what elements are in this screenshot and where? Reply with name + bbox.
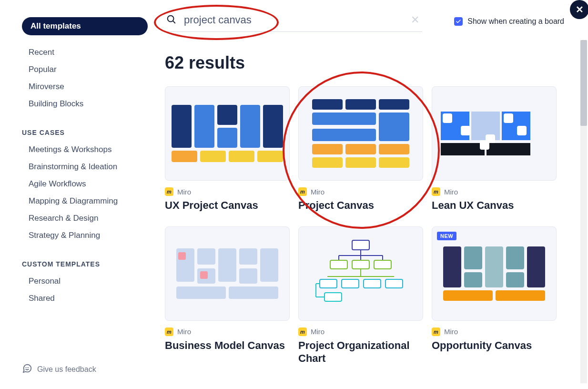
template-author: Miro <box>311 188 324 196</box>
template-thumbnail <box>165 226 290 321</box>
miro-badge-icon: m <box>298 187 307 196</box>
svg-rect-12 <box>352 260 369 269</box>
template-title: Project Canvas <box>298 199 423 212</box>
template-title: Project Organizational Chart <box>298 339 423 365</box>
sidebar-item-research-design[interactable]: Research & Design <box>22 210 148 227</box>
miro-badge-icon: m <box>432 187 440 196</box>
sidebar-item-brainstorming-ideation[interactable]: Brainstorming & Ideation <box>22 158 148 175</box>
results-grid: m Miro UX Project Canvas <box>165 86 571 365</box>
feedback-link[interactable]: Give us feedback <box>22 363 148 376</box>
sidebar-section-use-cases: USE CASES <box>22 129 148 136</box>
template-author: Miro <box>444 328 458 336</box>
sidebar-all-templates[interactable]: All templates <box>22 17 148 35</box>
template-thumbnail <box>298 86 423 181</box>
sidebar-item-strategy-planning[interactable]: Strategy & Planning <box>22 227 148 244</box>
sidebar-item-agile-workflows[interactable]: Agile Workflows <box>22 175 148 193</box>
miro-badge-icon: m <box>165 328 173 336</box>
svg-rect-16 <box>320 279 337 288</box>
search-icon <box>166 14 176 26</box>
feedback-icon <box>22 363 32 376</box>
template-card[interactable]: m Miro Business Model Canvas <box>165 226 290 365</box>
search-input[interactable] <box>183 13 404 27</box>
template-thumbnail <box>165 86 290 181</box>
template-author: Miro <box>444 188 458 196</box>
svg-rect-5 <box>352 240 369 250</box>
template-title: Lean UX Canvas <box>432 199 557 212</box>
svg-rect-18 <box>364 279 381 288</box>
svg-rect-11 <box>330 260 347 269</box>
main: ✕ Show when creating a board 62 results <box>148 0 588 389</box>
checkbox-checked-icon <box>454 17 463 26</box>
svg-line-4 <box>173 21 175 23</box>
search-bar: ✕ <box>165 10 422 32</box>
sidebar-item-meetings-workshops[interactable]: Meetings & Workshops <box>22 141 148 158</box>
sidebar-all-templates-label: All templates <box>30 21 81 31</box>
template-title: UX Project Canvas <box>165 199 290 212</box>
sidebar-item-mapping-diagramming[interactable]: Mapping & Diagramming <box>22 193 148 210</box>
template-title: Opportunity Canvas <box>432 339 557 352</box>
new-badge: NEW <box>437 232 456 240</box>
template-title: Business Model Canvas <box>165 339 290 352</box>
template-thumbnail <box>298 226 423 321</box>
template-card[interactable]: NEW <box>432 226 557 365</box>
sidebar-item-building-blocks[interactable]: Building Blocks <box>22 95 148 113</box>
sidebar: All templates Recent Popular Miroverse B… <box>0 0 148 389</box>
miro-badge-icon: m <box>165 187 173 196</box>
template-thumbnail <box>432 86 557 181</box>
template-card[interactable]: m Miro Project Organizational Chart <box>298 226 423 365</box>
svg-rect-13 <box>374 260 391 269</box>
template-card[interactable]: m Miro Project Canvas <box>298 86 423 212</box>
clear-search-icon[interactable]: ✕ <box>411 14 419 26</box>
sidebar-item-shared[interactable]: Shared <box>22 290 148 307</box>
miro-badge-icon: m <box>298 328 307 336</box>
template-author: Miro <box>311 328 324 336</box>
template-author: Miro <box>177 328 191 336</box>
template-card[interactable]: m Miro Lean UX Canvas <box>432 86 557 212</box>
template-thumbnail: NEW <box>432 226 557 321</box>
sidebar-item-miroverse[interactable]: Miroverse <box>22 78 148 95</box>
sidebar-item-recent[interactable]: Recent <box>22 44 148 61</box>
svg-rect-17 <box>342 279 359 288</box>
svg-rect-20 <box>324 293 342 301</box>
feedback-label: Give us feedback <box>37 365 96 374</box>
sidebar-item-popular[interactable]: Popular <box>22 61 148 78</box>
miro-badge-icon: m <box>432 328 440 336</box>
svg-rect-19 <box>385 279 403 288</box>
show-when-creating-toggle[interactable]: Show when creating a board <box>454 17 564 26</box>
template-author: Miro <box>177 188 191 196</box>
sidebar-item-personal[interactable]: Personal <box>22 273 148 290</box>
show-when-label: Show when creating a board <box>467 17 564 26</box>
sidebar-section-custom: CUSTOM TEMPLATES <box>22 260 148 268</box>
scrollbar-thumb[interactable] <box>580 40 587 126</box>
org-chart-icon <box>308 235 413 312</box>
template-card[interactable]: m Miro UX Project Canvas <box>165 86 290 212</box>
results-heading: 62 results <box>165 53 571 73</box>
